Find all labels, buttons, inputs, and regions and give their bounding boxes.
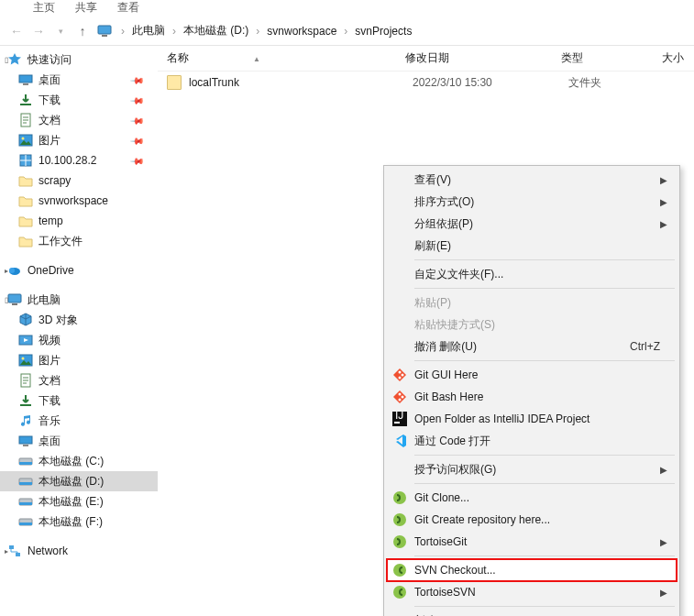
menu-item[interactable]: TortoiseGit▶ <box>387 531 677 553</box>
menu-item-label: 分组依据(P) <box>414 216 473 232</box>
sidebar-item[interactable]: 下载📌 <box>0 90 158 110</box>
menu-item[interactable]: 查看(V)▶ <box>387 169 677 191</box>
sidebar-item[interactable]: 3D 对象 <box>0 310 158 330</box>
menu-item[interactable]: TortoiseSVN▶ <box>387 581 677 603</box>
sidebar-item[interactable]: 本地磁盘 (E:) <box>0 491 158 512</box>
breadcrumb-part[interactable]: svnProjects <box>351 23 415 39</box>
breadcrumb-part[interactable]: svnworkspace <box>263 23 340 39</box>
breadcrumb-part[interactable]: 此电脑 <box>128 21 169 40</box>
sidebar-item-label: svnworkspace <box>39 194 108 207</box>
menu-item-label: Git Bash Here <box>414 390 483 403</box>
sidebar-item-label: 此电脑 <box>28 292 61 308</box>
drive-icon <box>18 454 33 468</box>
menu-separator <box>414 455 675 456</box>
submenu-arrow-icon: ▶ <box>660 588 667 598</box>
sidebar-item[interactable]: 本地磁盘 (D:) <box>0 471 158 491</box>
svg-text:IJ: IJ <box>395 412 403 422</box>
menu-separator <box>414 360 675 361</box>
sidebar-item[interactable]: 工作文件 <box>0 231 158 251</box>
download-icon <box>18 93 33 107</box>
sidebar-item[interactable]: ▸Network <box>0 541 158 561</box>
nav-back-button[interactable]: ← <box>6 20 28 42</box>
menu-share[interactable]: 共享 <box>75 0 97 16</box>
menu-item[interactable]: 排序方式(O)▶ <box>387 191 677 213</box>
menu-separator <box>414 606 675 607</box>
sidebar-item[interactable]: 图片📌 <box>0 130 158 150</box>
folder-icon <box>18 234 33 248</box>
breadcrumb-part[interactable]: 本地磁盘 (D:) <box>180 21 252 40</box>
menu-item[interactable]: Git Bash Here <box>387 386 677 408</box>
menu-item[interactable]: Git GUI Here <box>387 364 677 386</box>
menu-item[interactable]: 通过 Code 打开 <box>387 430 677 452</box>
sidebar-item-label: 快速访问 <box>28 52 72 68</box>
menu-item-label: 新建(W) <box>414 613 454 617</box>
col-name[interactable]: 名称▲ <box>167 50 405 66</box>
window-menubar: 主页 共享 查看 <box>0 0 694 16</box>
sidebar-item-label: 10.100.28.2 <box>39 154 96 167</box>
menu-item[interactable]: 刷新(E) <box>387 235 677 257</box>
navigation-pane: ▯快速访问桌面📌下载📌文档📌图片📌10.100.28.2📌scrapysvnwo… <box>0 46 158 616</box>
sidebar-item[interactable]: 10.100.28.2📌 <box>0 150 158 170</box>
net-icon <box>18 153 33 168</box>
ij-icon: IJ <box>392 412 407 426</box>
sidebar-item[interactable]: ▯此电脑 <box>0 290 158 310</box>
menu-item[interactable]: Git Clone... <box>387 487 677 509</box>
menu-item[interactable]: 新建(W)▶ <box>387 610 677 616</box>
expand-icon[interactable]: ▸ <box>2 267 11 275</box>
breadcrumb[interactable]: › 此电脑 › 本地磁盘 (D:) › svnworkspace › svnPr… <box>97 21 415 40</box>
submenu-arrow-icon: ▶ <box>660 175 667 185</box>
menu-view[interactable]: 查看 <box>117 0 139 16</box>
menu-separator <box>414 288 675 289</box>
sidebar-item[interactable]: ▯快速访问 <box>0 50 158 70</box>
sidebar-item[interactable]: 文档📌 <box>0 110 158 130</box>
file-type: 文件夹 <box>568 75 669 91</box>
menu-item-label: 粘贴(P) <box>414 295 451 311</box>
drive-icon <box>18 474 33 489</box>
file-date: 2022/3/10 15:30 <box>413 76 568 89</box>
sidebar-item[interactable]: 桌面 <box>0 431 158 451</box>
svg-point-7 <box>22 138 25 140</box>
submenu-arrow-icon: ▶ <box>660 537 667 547</box>
menu-separator <box>414 483 675 484</box>
menu-home[interactable]: 主页 <box>33 0 55 16</box>
sidebar-item[interactable]: svnworkspace <box>0 191 158 211</box>
svg-rect-21 <box>19 462 32 465</box>
sidebar-item[interactable]: 视频 <box>0 330 158 350</box>
sidebar-item[interactable]: 下载 <box>0 390 158 411</box>
menu-separator <box>414 259 675 260</box>
3d-icon <box>18 313 33 327</box>
nav-recent-button[interactable]: ▾ <box>50 20 72 42</box>
sidebar-item[interactable]: 本地磁盘 (C:) <box>0 451 158 471</box>
expand-icon[interactable]: ▯ <box>2 56 11 64</box>
sidebar-item[interactable]: ▸OneDrive <box>0 260 158 280</box>
sidebar-item[interactable]: 图片 <box>0 350 158 370</box>
expand-icon[interactable]: ▸ <box>2 547 11 556</box>
menu-item[interactable]: 撤消 删除(U)Ctrl+Z <box>387 336 677 358</box>
svg-rect-27 <box>19 522 32 525</box>
tgit-icon <box>392 490 407 505</box>
sidebar-item[interactable]: 桌面📌 <box>0 70 158 90</box>
sidebar-item[interactable]: 音乐 <box>0 411 158 431</box>
menu-item[interactable]: IJOpen Folder as IntelliJ IDEA Project <box>387 408 677 430</box>
sidebar-item[interactable]: 本地磁盘 (F:) <box>0 512 158 532</box>
menu-item[interactable]: Git Create repository here... <box>387 509 677 531</box>
svg-rect-0 <box>98 26 111 34</box>
drive-icon <box>18 494 33 509</box>
breadcrumb-sep: › <box>344 25 347 38</box>
menu-item[interactable]: 分组依据(P)▶ <box>387 213 677 235</box>
col-type[interactable]: 类型 <box>561 50 662 66</box>
sidebar-item[interactable]: scrapy <box>0 170 158 191</box>
file-row[interactable]: localTrunk 2022/3/10 15:30 文件夹 <box>158 72 694 94</box>
menu-item[interactable]: 自定义文件夹(F)... <box>387 263 677 285</box>
nav-up-button[interactable]: ↑ <box>72 20 94 42</box>
col-date[interactable]: 修改日期 <box>405 50 561 66</box>
sidebar-item-label: 本地磁盘 (E:) <box>39 494 104 510</box>
col-size[interactable]: 大小 <box>662 50 694 66</box>
video-icon <box>18 333 33 347</box>
menu-item[interactable]: SVN Checkout... <box>387 559 677 581</box>
sidebar-item[interactable]: temp <box>0 211 158 231</box>
menu-item[interactable]: 授予访问权限(G)▶ <box>387 458 677 480</box>
context-menu: 查看(V)▶排序方式(O)▶分组依据(P)▶刷新(E)自定义文件夹(F)...粘… <box>383 165 680 616</box>
expand-icon[interactable]: ▯ <box>2 296 11 304</box>
sidebar-item[interactable]: 文档 <box>0 370 158 390</box>
